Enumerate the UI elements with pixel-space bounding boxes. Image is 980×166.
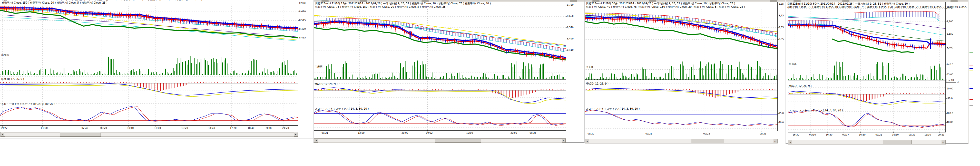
macd-line bbox=[788, 91, 946, 104]
time-axis-label: 13:20 bbox=[181, 127, 188, 130]
indicator-axis-label: 95.0 bbox=[779, 112, 784, 114]
time-axis-label: 16:30 bbox=[924, 133, 931, 136]
stochastics-pane-label: スロー・ストキャスティクス( 14, 3, 80, 20 ) bbox=[789, 109, 843, 112]
price-axis-label: 8,400 bbox=[947, 46, 953, 49]
partial-window-sliver: ス bbox=[968, 0, 980, 144]
time-axis-label: 09/21 bbox=[321, 132, 328, 134]
scroll-right-button[interactable]: ► bbox=[941, 140, 945, 144]
scroll-left-button[interactable]: ◄ bbox=[585, 139, 589, 143]
clipped-chart-line-start bbox=[969, 66, 973, 66]
chart-canvas bbox=[0, 0, 314, 139]
h-scrollbar[interactable]: ◄► bbox=[585, 139, 778, 144]
scrollbar-track[interactable] bbox=[589, 139, 773, 143]
macd-pane-label: MACD( 12, 26, 9 ) bbox=[315, 83, 337, 85]
indicator-axis-label: -30.0 bbox=[947, 97, 953, 100]
stochastics-pane-label: スロー・ストキャスティクス( 14, 3, 80, 20 ) bbox=[315, 107, 369, 111]
price-axis-label: 8,550 bbox=[947, 33, 953, 35]
scrollbar-thumb[interactable] bbox=[691, 139, 724, 143]
clipped-chart-line-start bbox=[969, 52, 973, 53]
price-axis-label: 8,410 bbox=[567, 49, 574, 51]
volume-pane-label: 出来高 bbox=[315, 65, 323, 68]
chart-window-60min: 日経225mini 11/10( 60分, 2011/09/14 - 2011/… bbox=[786, 0, 969, 144]
time-axis-label: 09/17 bbox=[842, 133, 849, 136]
h-scrollbar[interactable]: ◄► bbox=[0, 132, 298, 137]
indicator-axis-label: 50.00 bbox=[947, 87, 953, 90]
ichimoku-span-bottom bbox=[0, 10, 298, 32]
stoch-percent-k bbox=[788, 110, 944, 127]
volume-pane-label: 出来高 bbox=[586, 65, 593, 69]
clipped-chart-line-start bbox=[969, 89, 973, 89]
time-axis-label: 10:40 bbox=[127, 127, 134, 130]
chart-window-15min: 日経225mini 11/10( 15分, 2011/09/14 - 2011/… bbox=[313, 0, 585, 143]
stoch-percent-d bbox=[0, 107, 298, 122]
scrollbar-track[interactable] bbox=[4, 133, 294, 136]
time-axis-label: 02:40 bbox=[81, 127, 88, 130]
indicator-axis-label: 55.00 bbox=[947, 73, 953, 76]
time-axis-label: 16:30 bbox=[793, 133, 799, 136]
stoch-percent-k bbox=[585, 110, 775, 125]
chart-canvas bbox=[786, 0, 968, 144]
time-axis-label: 16:30 bbox=[892, 133, 899, 136]
ma-line-cyan bbox=[0, 17, 298, 41]
price-axis-label: 8,675 bbox=[299, 2, 306, 4]
price-axis-label: 8,730 bbox=[567, 3, 574, 6]
time-axis-label: 12:00 bbox=[358, 132, 364, 134]
macd-pane-label: MACD( 12, 26, 9 ) bbox=[789, 85, 812, 87]
time-axis-label: 20:00 bbox=[266, 127, 272, 130]
clipped-chart-line-start bbox=[969, 106, 973, 106]
ma-line-blue-thick bbox=[788, 25, 946, 44]
time-axis-label: 12:00 bbox=[466, 132, 473, 134]
time-axis-label: 17:20 bbox=[230, 127, 237, 130]
macd-pane-label: MACD( 12, 26, 9 ) bbox=[1, 77, 24, 81]
time-axis-label: 09/26 bbox=[530, 132, 536, 134]
indicator-axis-label: 40.0 bbox=[779, 121, 784, 124]
price-axis-label: 8,650 bbox=[567, 15, 574, 17]
time-axis-label: 09/23 bbox=[938, 133, 944, 136]
time-axis-label: 18:40 bbox=[248, 127, 255, 130]
mdi-workspace: 日経225mini 11/10( 5分, 2011/09/22 - 2011/0… bbox=[0, 0, 980, 166]
price-axis-label: 8,75 bbox=[779, 14, 784, 17]
time-axis-label: 09/21 bbox=[646, 133, 652, 135]
ma-line-red-thick bbox=[0, 9, 298, 29]
scroll-right-button[interactable]: ► bbox=[294, 133, 298, 136]
time-axis-label: 09:20 bbox=[100, 127, 107, 130]
time-axis-label: 09/23 bbox=[760, 133, 766, 135]
chart-canvas bbox=[585, 0, 785, 143]
price-axis-label: 8,85 bbox=[779, 3, 784, 5]
time-axis-label: 09/16 bbox=[809, 133, 816, 136]
stoch-percent-d bbox=[788, 110, 946, 128]
price-axis-label: 8,65 bbox=[779, 26, 784, 29]
price-axis-label: 8,570 bbox=[567, 26, 574, 29]
clipped-chart-line-start bbox=[969, 100, 973, 100]
h-scrollbar[interactable]: ◄► bbox=[788, 140, 946, 144]
price-axis-label: 8,850 bbox=[947, 7, 953, 9]
price-axis-label: 8,545 bbox=[299, 19, 306, 22]
scrollbar-thumb[interactable] bbox=[883, 140, 912, 144]
scroll-left-button[interactable]: ◄ bbox=[314, 139, 318, 143]
time-axis-label: 09/22 bbox=[703, 133, 710, 135]
scrollbar-thumb[interactable] bbox=[60, 133, 101, 136]
stochastics-pane-label: スロー・ストキャスティクス( 14, 3, 80, 20 ) bbox=[586, 107, 640, 111]
clipped-text-fragment: ス bbox=[957, 80, 959, 84]
ma-line-purple bbox=[314, 22, 566, 46]
time-axis-label: 09/22 bbox=[909, 133, 915, 136]
scrollbar-thumb[interactable] bbox=[435, 139, 481, 143]
macd-pane-label: MACD( 12, 26, 9 ) bbox=[586, 82, 609, 85]
indicator-axis-label: 140.0 bbox=[947, 63, 953, 66]
volume-multiplier-box: × 10 bbox=[946, 79, 956, 82]
ma-line-red-thick bbox=[788, 25, 946, 48]
h-scrollbar[interactable]: ◄► bbox=[314, 138, 566, 143]
scrollbar-track[interactable] bbox=[792, 140, 942, 144]
ma-line-green-thick bbox=[585, 22, 778, 49]
time-axis-label: 09/22 bbox=[426, 132, 433, 134]
scroll-left-button[interactable]: ◄ bbox=[788, 140, 792, 144]
price-axis-label: 8,610 bbox=[299, 10, 306, 13]
scroll-left-button[interactable]: ◄ bbox=[0, 133, 5, 136]
price-axis-label: 8,415 bbox=[299, 36, 306, 39]
scroll-right-button[interactable]: ► bbox=[773, 139, 777, 143]
volume-pane-label: 出来高 bbox=[1, 54, 9, 57]
time-axis-label: 16:30 bbox=[826, 133, 832, 136]
stoch-percent-k bbox=[314, 110, 563, 125]
scroll-right-button[interactable]: ► bbox=[562, 139, 566, 143]
ma-line-darkgreen bbox=[835, 25, 946, 41]
